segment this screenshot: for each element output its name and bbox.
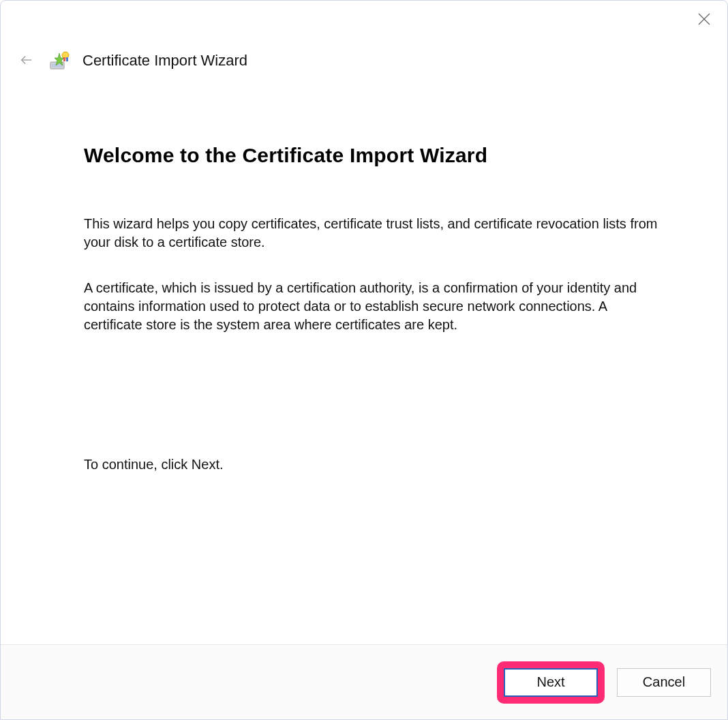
wizard-window: Certificate Import Wizard Welcome to the… [0, 0, 728, 720]
page-heading: Welcome to the Certificate Import Wizard [84, 144, 666, 167]
close-button[interactable] [693, 9, 715, 31]
wizard-content: Welcome to the Certificate Import Wizard… [84, 144, 666, 472]
continue-instruction: To continue, click Next. [84, 457, 666, 472]
intro-paragraph-2: A certificate, which is issued by a cert… [84, 279, 666, 334]
wizard-title: Certificate Import Wizard [82, 52, 247, 70]
next-button[interactable]: Next [504, 668, 598, 697]
wizard-footer: Next Cancel [1, 644, 727, 719]
close-icon [698, 13, 710, 27]
back-button [17, 51, 36, 70]
next-button-highlight: Next [497, 661, 605, 704]
intro-paragraph-1: This wizard helps you copy certificates,… [84, 215, 666, 252]
cancel-button[interactable]: Cancel [617, 668, 711, 697]
certificate-wizard-icon [48, 50, 70, 72]
back-arrow-icon [19, 52, 34, 70]
svg-rect-8 [66, 57, 68, 61]
svg-rect-7 [63, 57, 65, 61]
wizard-header: Certificate Import Wizard [17, 50, 711, 72]
